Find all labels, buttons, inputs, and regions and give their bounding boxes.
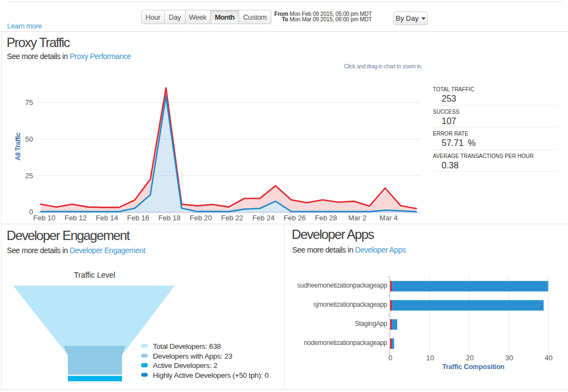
svg-text:Feb 10: Feb 10 (33, 214, 55, 222)
svg-text:Feb 14: Feb 14 (96, 214, 118, 222)
svg-text:30: 30 (505, 354, 513, 362)
svg-text:Mar 2: Mar 2 (348, 214, 366, 222)
svg-text:Feb 26: Feb 26 (283, 214, 305, 222)
svg-text:10: 10 (426, 354, 434, 362)
svg-text:0: 0 (389, 354, 392, 362)
svg-text:Feb 22: Feb 22 (221, 214, 243, 222)
svg-text:Feb 28: Feb 28 (315, 214, 337, 222)
svg-text:Feb 12: Feb 12 (65, 214, 86, 222)
svg-text:Feb 24: Feb 24 (252, 214, 274, 222)
svg-text:20: 20 (466, 354, 473, 362)
svg-text:Feb 20: Feb 20 (190, 214, 212, 222)
svg-text:50: 50 (25, 135, 33, 143)
svg-text:0: 0 (29, 208, 33, 216)
svg-text:Traffic Composition: Traffic Composition (442, 363, 505, 371)
svg-text:25: 25 (25, 172, 33, 180)
svg-text:Feb 18: Feb 18 (159, 214, 181, 222)
svg-text:75: 75 (25, 98, 33, 107)
svg-text:Feb 16: Feb 16 (127, 214, 149, 222)
svg-text:Mar 4: Mar 4 (380, 214, 398, 222)
svg-text:40: 40 (544, 354, 552, 362)
svg-text:All Traffic: All Traffic (14, 132, 22, 161)
